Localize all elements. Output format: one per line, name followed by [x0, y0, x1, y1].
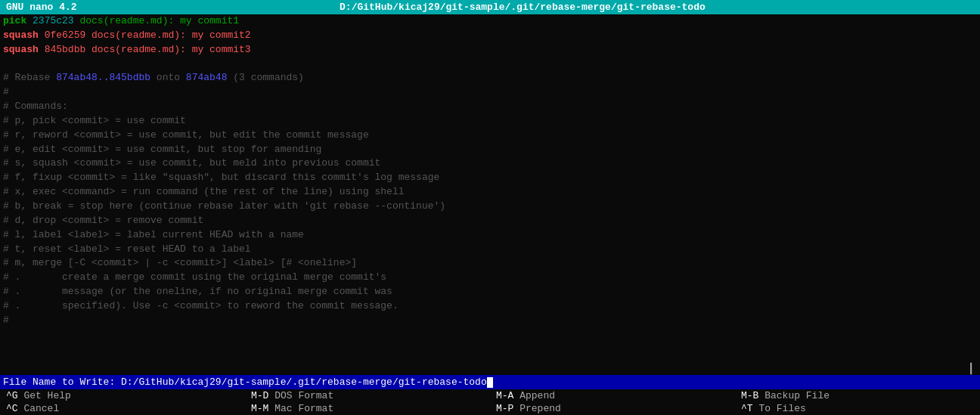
label-cancel: Cancel: [18, 403, 60, 414]
comment-17: # . specified). Use -c <commit> to rewor…: [3, 299, 977, 314]
pick-keyword: pick: [3, 15, 26, 26]
comment-11: # d, drop <commit> = remove commit: [3, 214, 977, 228]
status-mac-format[interactable]: M-M Mac Format: [245, 402, 490, 415]
comment-5: # r, reword <commit> = use commit, but e…: [3, 129, 977, 143]
status-backup-file[interactable]: M-B Backup File: [735, 389, 980, 402]
cursor-icon: ┃: [968, 364, 974, 375]
status-row-2: ^C Cancel M-M Mac Format M-P Prepend ^T …: [0, 402, 980, 415]
hash-onto: 874ab48: [186, 72, 228, 83]
key-m-b: M-B: [741, 390, 758, 401]
line-squash-1: squash 0fe6259 docs(readme.md): my commi…: [3, 29, 977, 43]
comment-10: # b, break = stop here (continue rebase …: [3, 200, 977, 214]
status-append[interactable]: M-A Append: [490, 389, 735, 402]
status-cancel[interactable]: ^C Cancel: [0, 402, 245, 415]
commit-2: docs(readme.md): my commit2: [85, 29, 250, 41]
filename-label: File Name to Write: D:/GitHub/kicaj29/gi…: [3, 376, 487, 388]
hash-3: 845bdbb: [45, 44, 86, 55]
comment-16: # . message (or the oneline, if no origi…: [3, 285, 977, 299]
comment-3: # Commands:: [3, 100, 977, 114]
label-get-help: Get Help: [18, 390, 71, 401]
hash-range: 874ab48..845bdbb: [56, 72, 150, 83]
status-get-help[interactable]: ^G Get Help: [0, 389, 245, 402]
editor-area: pick 2375c23 docs(readme.md): my commit1…: [0, 14, 980, 363]
title-bar: GNU nano 4.2 D:/GitHub/kicaj29/git-sampl…: [0, 0, 980, 14]
label-to-files: To Files: [753, 403, 806, 414]
key-ctrl-c: ^C: [6, 403, 18, 414]
hash-1: 2375c23: [33, 15, 74, 26]
comment-6: # e, edit <commit> = use commit, but sto…: [3, 143, 977, 157]
label-backup-file: Backup File: [758, 390, 830, 401]
comment-8: # f, fixup <commit> = like "squash", but…: [3, 171, 977, 185]
cursor-position: ┃: [0, 363, 980, 375]
rebase-comment: # Rebase 874ab48..845bdbb onto 874ab48 (…: [3, 71, 977, 85]
app-name: GNU nano 4.2: [6, 2, 77, 13]
key-m-d: M-D: [251, 390, 268, 401]
comment-13: # t, reset <label> = reset HEAD to a lab…: [3, 243, 977, 257]
key-m-a: M-A: [496, 390, 513, 401]
status-dos-format[interactable]: M-D DOS Format: [245, 389, 490, 402]
status-bar: ^G Get Help M-D DOS Format M-A Append M-…: [0, 389, 980, 402]
comment-18: #: [3, 314, 977, 328]
filename-bar[interactable]: File Name to Write: D:/GitHub/kicaj29/gi…: [0, 375, 980, 389]
comment-7: # s, squash <commit> = use commit, but m…: [3, 156, 977, 171]
comment-14: # m, merge [-C <commit> | -c <commit>] <…: [3, 256, 977, 271]
text-cursor: [487, 377, 493, 388]
blank-line-1: [3, 57, 977, 72]
status-prepend[interactable]: M-P Prepend: [490, 402, 735, 415]
file-path: D:/GitHub/kicaj29/git-sample/.git/rebase…: [77, 2, 969, 13]
comment-4: # p, pick <commit> = use commit: [3, 114, 977, 129]
comment-9: # x, exec <command> = run command (the r…: [3, 185, 977, 200]
label-append: Append: [513, 390, 555, 401]
comment-15: # . create a merge commit using the orig…: [3, 271, 977, 285]
commit-3: docs(readme.md): my commit3: [85, 44, 250, 55]
key-ctrl-g: ^G: [6, 390, 18, 401]
commit-1: docs(readme.md): my commit1: [74, 15, 239, 26]
status-bar-2: ^C Cancel M-M Mac Format M-P Prepend ^T …: [0, 402, 980, 415]
key-ctrl-t: ^T: [741, 403, 753, 414]
hash-2: 0fe6259: [45, 29, 86, 41]
line-squash-2: squash 845bdbb docs(readme.md): my commi…: [3, 43, 977, 57]
label-prepend: Prepend: [513, 403, 560, 414]
comment-12: # l, label <label> = label current HEAD …: [3, 228, 977, 243]
squash-keyword-2: squash: [3, 44, 39, 55]
key-m-p: M-P: [496, 403, 513, 414]
status-to-files[interactable]: ^T To Files: [735, 402, 980, 415]
label-mac-format: Mac Format: [268, 403, 333, 414]
key-m-m: M-M: [251, 403, 268, 414]
squash-keyword-1: squash: [3, 29, 39, 41]
terminal: GNU nano 4.2 D:/GitHub/kicaj29/git-sampl…: [0, 0, 980, 415]
label-dos-format: DOS Format: [268, 390, 333, 401]
comment-2: #: [3, 85, 977, 100]
line-pick: pick 2375c23 docs(readme.md): my commit1: [3, 14, 977, 29]
status-row-1: ^G Get Help M-D DOS Format M-A Append M-…: [0, 389, 980, 402]
